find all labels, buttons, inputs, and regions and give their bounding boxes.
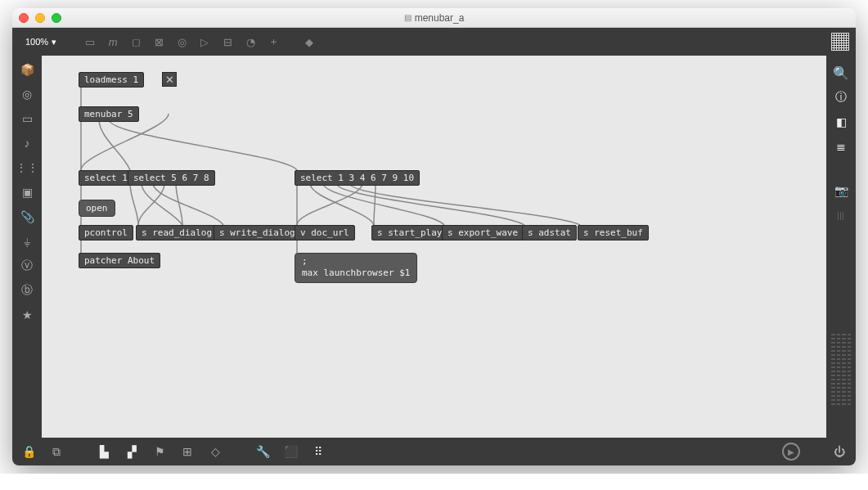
sliders-icon[interactable]: ⫼ [834,208,848,223]
info-icon[interactable]: ⓘ [834,90,848,105]
obj-s-write-dialog[interactable]: s write_dialog [214,225,301,241]
camera-icon[interactable]: 📷 [834,183,848,198]
piano-icon[interactable]: ⬛ [282,443,299,460]
audio-icon[interactable]: ♪ [20,136,34,151]
message-tool-icon[interactable]: m [104,33,122,51]
titlebar: ▤ menubar_a [12,8,856,28]
number-tool-icon[interactable]: ▷ [196,33,214,51]
plug-icon[interactable]: ⏚ [20,234,34,249]
package-icon[interactable]: 📦 [20,62,34,77]
obj-s-reset-buf[interactable]: s reset_buf [578,225,649,241]
toggle-box[interactable]: ✕ [162,72,177,87]
chevron-down-icon: ▾ [52,37,56,47]
power-icon[interactable]: ⏻ [831,443,848,460]
play-button[interactable]: ▶ [782,443,800,461]
obj-s-start-play[interactable]: s start_play [371,225,447,241]
obj-patcher-about[interactable]: patcher About [79,253,160,268]
slider-tool-icon[interactable]: ⊟ [218,33,236,51]
ui-icon[interactable]: ▭ [20,111,34,126]
left-palette: 📦 ◎ ▭ ♪ ⋮⋮ ▣ 📎 ⏚ ⓥ ⓑ ★ [12,56,42,438]
obj-v-doc-url[interactable]: v doc_url [295,225,355,241]
zoom-value: 100% [25,37,48,47]
obj-s-export-wave[interactable]: s export_wave [442,225,524,241]
b-icon[interactable]: ⓑ [20,283,34,298]
list-icon[interactable]: ≣ [834,139,848,154]
star-icon[interactable]: ★ [20,308,34,322]
snap-icon[interactable]: ◇ [207,443,223,460]
msg-open[interactable]: open [79,200,115,217]
dial-tool-icon[interactable]: ◔ [241,33,259,51]
dots-icon[interactable]: ⠿ [310,443,326,460]
toggle-tool-icon[interactable]: ⊠ [150,33,168,51]
zoom-selector[interactable]: 100% ▾ [19,35,63,49]
obj-select1[interactable]: select 1 [79,170,133,186]
button-tool-icon[interactable]: ◎ [173,33,191,51]
obj-s-read-dialog[interactable]: s read_dialog [136,225,218,241]
v-icon[interactable]: ⓥ [20,258,34,273]
window-title-text: menubar_a [415,12,465,24]
obj-pcontrol[interactable]: pcontrol [79,225,133,241]
add-tool-icon[interactable]: ＋ [264,33,282,51]
matrix-icon[interactable]: ⋮⋮ [20,160,34,175]
content-area: 📦 ◎ ▭ ♪ ⋮⋮ ▣ 📎 ⏚ ⓥ ⓑ ★ [12,56,856,438]
wrench-icon[interactable]: 🔧 [254,443,271,460]
patch-cables [42,56,826,438]
paint-tool-icon[interactable]: ◆ [300,33,318,51]
obj-select5678[interactable]: select 5 6 7 8 [128,170,215,186]
bottom-toolbar: 🔒 ⧉ ▙ ▞ ⚑ ⊞ ◇ 🔧 ⬛ ⠿ ▶ ⏻ [12,438,856,465]
document-icon: ▤ [404,13,412,22]
search-icon[interactable]: 🔍 [834,65,848,80]
flag-icon[interactable]: ⚑ [151,443,168,460]
comment-tool-icon[interactable]: ◻ [127,33,145,51]
presentation-icon[interactable]: ▙ [96,443,112,460]
msg-launchbrowser[interactable]: ; max launchbrowser $1 [295,253,417,283]
layers-icon[interactable]: ▞ [124,443,140,460]
obj-menubar[interactable]: menubar 5 [79,106,139,122]
grid-toggle-icon[interactable]: ⊞ [179,443,196,460]
object-tool-icon[interactable]: ▭ [81,33,99,51]
patch-canvas[interactable]: loadmess 1 ✕ menubar 5 select 1 select 5… [42,56,826,438]
new-view-icon[interactable]: ⧉ [48,443,65,460]
attach-icon[interactable]: 📎 [20,209,34,224]
lock-icon[interactable]: 🔒 [20,443,37,460]
image-icon[interactable]: ▣ [20,185,34,200]
obj-loadmess[interactable]: loadmess 1 [79,72,144,88]
inspector-icon[interactable]: ◧ [834,115,848,129]
grid-icon[interactable] [831,33,849,51]
app-window: ▤ menubar_a 100% ▾ ▭ m ◻ ⊠ ◎ ▷ ⊟ ◔ ＋ ◆ 📦… [12,8,856,465]
obj-select13467910[interactable]: select 1 3 4 6 7 9 10 [295,170,420,186]
target-icon[interactable]: ◎ [20,87,34,101]
window-title: ▤ menubar_a [12,12,856,24]
top-toolbar: 100% ▾ ▭ m ◻ ⊠ ◎ ▷ ⊟ ◔ ＋ ◆ [12,28,856,56]
obj-s-adstat[interactable]: s adstat [522,225,577,241]
level-meters [831,331,851,405]
